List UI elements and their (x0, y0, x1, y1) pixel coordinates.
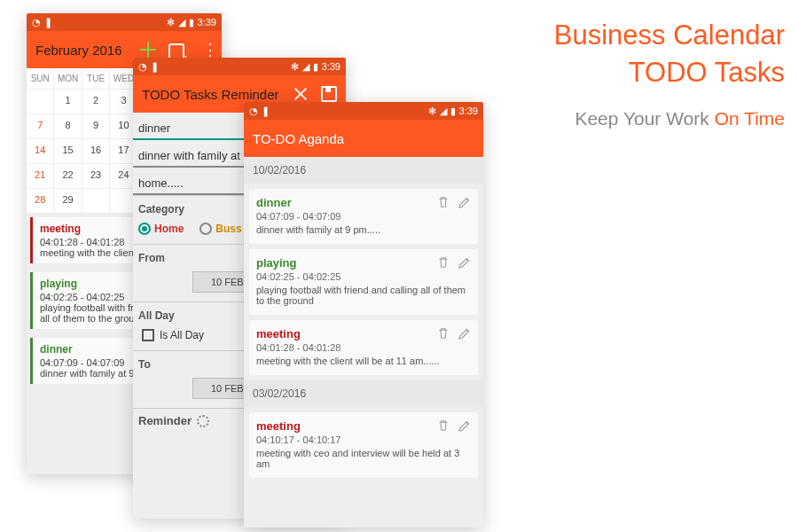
calendar-cell[interactable]: 8 (54, 114, 82, 139)
card-time: 04:01:28 - 04:01:28 (256, 342, 471, 353)
battery-icon: ▮ (450, 106, 456, 117)
edit-icon[interactable] (457, 325, 473, 341)
cast-icon: ◔ (249, 106, 258, 117)
clock-text: 3:39 (322, 61, 340, 72)
checkbox-icon (142, 329, 154, 341)
edit-icon[interactable] (457, 418, 473, 434)
radio-dot-icon (200, 223, 212, 235)
card-desc: meeting with ceo and interview will be h… (256, 448, 471, 469)
bluetooth-icon: ✻ (167, 17, 175, 28)
edit-icon[interactable] (457, 254, 473, 270)
delete-icon[interactable] (435, 254, 451, 270)
calendar-cell[interactable]: 7 (27, 114, 54, 139)
calendar-cell[interactable]: 16 (82, 139, 110, 164)
radio-home-label: Home (154, 223, 184, 235)
tagline: Keep Your Work On Time (492, 108, 785, 129)
allday-cb-label: Is All Day (160, 329, 204, 341)
calendar-cell[interactable]: 21 (27, 164, 54, 189)
calendar-cell[interactable] (82, 189, 110, 214)
radio-dot-icon (138, 223, 151, 235)
card-desc: meeting with the client will be at 11 am… (256, 356, 471, 366)
signal-icon: ◢ (440, 106, 447, 117)
signal-icon: ◢ (302, 61, 309, 73)
radio-business[interactable]: Buss (200, 223, 241, 235)
tag-icon: ❚ (44, 17, 52, 28)
date-header: 03/02/2016 (244, 380, 483, 407)
tag-icon: ❚ (262, 106, 270, 117)
card-time: 04:02:25 - 04:02:25 (256, 271, 471, 282)
agenda-list[interactable]: 10/02/2016dinner04:07:09 - 04:07:09dinne… (244, 157, 483, 528)
marketing-copy: Business Calendar TODO Tasks Keep Your W… (492, 20, 785, 129)
tagline-a: Keep Your Work (575, 108, 714, 129)
bluetooth-icon: ✻ (428, 106, 436, 117)
phone-agenda: ◔❚ ✻◢▮3:39 TO-DO Aganda 10/02/2016dinner… (244, 102, 483, 528)
calendar-cell[interactable]: 9 (82, 114, 110, 139)
signal-icon: ◢ (178, 17, 185, 28)
add-icon[interactable] (140, 42, 156, 58)
calendar-cell[interactable] (27, 90, 54, 114)
status-bar: ◔❚ ✻◢▮3:39 (133, 58, 346, 75)
calendar-cell[interactable]: 23 (82, 164, 110, 189)
calendar-cell[interactable]: 2 (82, 90, 110, 114)
agenda-card[interactable]: playing04:02:25 - 04:02:25playing footba… (249, 249, 478, 315)
screen-title: TODO Tasks Reminder (142, 87, 293, 102)
calendar-cell[interactable]: 29 (54, 189, 82, 214)
day-header: MON (54, 68, 82, 90)
delete-icon[interactable] (435, 418, 451, 434)
tagline-b: On Time (715, 108, 785, 129)
save-icon[interactable] (321, 86, 337, 102)
battery-icon: ▮ (189, 17, 194, 28)
headline-2: TODO Tasks (492, 57, 785, 89)
day-header: SUN (27, 68, 54, 90)
delete-icon[interactable] (435, 325, 451, 341)
calendar-cell[interactable]: 28 (27, 189, 54, 214)
close-icon[interactable] (293, 86, 309, 102)
date-header: 10/02/2016 (244, 157, 483, 184)
agenda-card[interactable]: meeting04:01:28 - 04:01:28meeting with t… (249, 320, 478, 375)
bluetooth-icon: ✻ (291, 61, 299, 73)
battery-icon: ▮ (313, 61, 318, 73)
headline-1: Business Calendar (492, 20, 785, 51)
status-bar: ◔❚ ✻◢▮3:39 (27, 13, 222, 31)
month-title: February 2016 (35, 43, 140, 58)
tag-icon: ❚ (151, 61, 159, 73)
status-bar: ◔❚ ✻◢▮3:39 (244, 102, 483, 120)
cast-icon: ◔ (32, 17, 41, 28)
radio-home[interactable]: Home (138, 223, 184, 235)
cast-icon: ◔ (138, 61, 147, 73)
overflow-icon[interactable] (197, 42, 213, 58)
agenda-card[interactable]: meeting04:10:17 - 04:10:17meeting with c… (249, 412, 478, 478)
calendar-cell[interactable]: 14 (27, 139, 54, 164)
gear-icon (197, 415, 209, 427)
edit-icon[interactable] (457, 194, 473, 210)
screen-title: TO-DO Aganda (253, 131, 474, 146)
card-time: 04:10:17 - 04:10:17 (256, 434, 471, 445)
agenda-card[interactable]: dinner04:07:09 - 04:07:09dinner with fam… (249, 189, 478, 244)
calendar-cell[interactable]: 15 (54, 139, 82, 164)
calendar-cell[interactable]: 22 (54, 164, 82, 189)
radio-business-label: Buss (215, 223, 241, 235)
reminder-label: Reminder (138, 414, 192, 427)
app-bar: TO-DO Aganda (244, 120, 483, 157)
delete-icon[interactable] (435, 194, 451, 210)
calendar-cell[interactable]: 1 (54, 90, 82, 114)
card-desc: dinner with family at 9 pm..... (256, 224, 471, 235)
clock-text: 3:39 (459, 106, 478, 116)
card-time: 04:07:09 - 04:07:09 (256, 211, 471, 222)
day-header: TUE (82, 68, 110, 90)
card-desc: playing football with friend and calling… (256, 285, 471, 306)
clock-text: 3:39 (198, 17, 216, 27)
